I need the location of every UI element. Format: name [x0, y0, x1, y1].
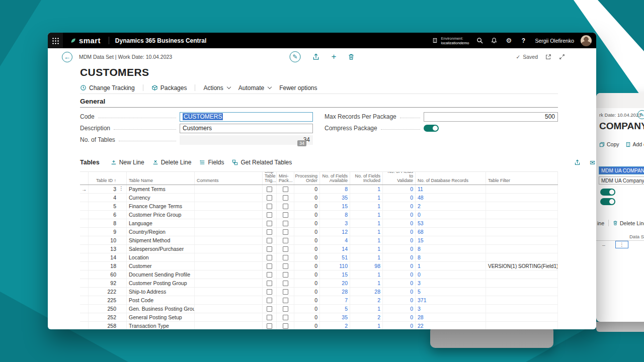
row-marker[interactable] [80, 313, 89, 321]
table-row[interactable]: 13Salesperson/Purchaser014108 [80, 245, 558, 253]
cell-fields-included[interactable]: 1 [350, 228, 383, 236]
table-row[interactable]: 92Customer Posting Group020103 [80, 279, 558, 288]
cell-skip-trigger[interactable] [263, 288, 277, 296]
cell-table-id[interactable]: 8 [89, 219, 127, 227]
secondary-column-header[interactable]: Data Set D... [596, 234, 644, 241]
checkbox[interactable] [283, 229, 288, 235]
checkbox[interactable] [267, 306, 272, 312]
cell-table-name[interactable]: Customer Posting Group [127, 279, 195, 287]
checkbox[interactable] [283, 315, 288, 320]
col-table-id[interactable]: Table ID ↑ [89, 172, 127, 185]
cell-processing-order[interactable]: 0 [294, 262, 320, 270]
table-row[interactable]: 60Document Sending Profile015100 [80, 270, 558, 279]
delete-line-button[interactable]: Delete Line [152, 159, 192, 166]
cell-processing-order[interactable]: 0 [294, 228, 320, 236]
cell-fields-included[interactable]: 1 [350, 185, 383, 193]
checkbox[interactable] [267, 221, 272, 226]
cell-fields-to-validate[interactable]: 0 [383, 219, 416, 227]
cell-fields-available[interactable]: 8 [320, 185, 350, 193]
cell-comments[interactable] [195, 322, 263, 329]
cell-db-records[interactable]: 53 [416, 219, 486, 227]
cell-fields-to-validate[interactable]: 0 [383, 236, 416, 244]
cell-db-records[interactable]: 22 [416, 322, 486, 329]
cell-fields-available[interactable]: 5 [320, 305, 350, 313]
cell-mini-package[interactable] [277, 202, 294, 210]
cell-db-records[interactable]: 0 [416, 211, 486, 219]
cell-comments[interactable] [195, 245, 263, 253]
cell-skip-trigger[interactable] [263, 219, 277, 227]
checkbox[interactable] [283, 323, 288, 329]
cell-fields-to-validate[interactable]: 0 [383, 228, 416, 236]
row-marker[interactable] [80, 288, 89, 296]
cell-table-name[interactable]: Ship-to Address [127, 288, 195, 296]
cell-skip-trigger[interactable] [263, 322, 277, 329]
row-marker[interactable] [80, 279, 89, 287]
cell-fields-available[interactable]: 7 [320, 296, 350, 304]
checkbox[interactable] [267, 323, 272, 329]
cell-processing-order[interactable]: 0 [294, 305, 320, 313]
cell-table-id[interactable]: 60 [89, 270, 127, 279]
row-marker[interactable] [80, 305, 89, 313]
cell-fields-included[interactable]: 98 [350, 262, 383, 270]
cell-db-records[interactable]: 8 [416, 253, 486, 261]
max-records-input[interactable]: 500 [424, 112, 558, 122]
cell-skip-trigger[interactable] [263, 262, 277, 270]
cell-mini-package[interactable] [277, 236, 294, 244]
col-mini-package[interactable]: Mini- Pack... [277, 172, 294, 185]
checkbox[interactable] [267, 204, 272, 209]
fields-button[interactable]: Fields [199, 159, 224, 166]
row-marker[interactable]: → [80, 185, 89, 193]
cell-table-name[interactable]: Payment Terms [127, 185, 195, 193]
row-marker[interactable] [80, 228, 89, 236]
checkbox[interactable] [283, 255, 288, 260]
col-comments[interactable]: Comments [195, 172, 263, 185]
cell-table-filter[interactable] [486, 313, 558, 321]
checkbox[interactable] [267, 298, 272, 303]
cell-table-filter[interactable] [486, 279, 558, 287]
cell-fields-available[interactable]: 35 [320, 194, 350, 202]
cell-table-id[interactable]: 5 [89, 202, 127, 210]
cell-processing-order[interactable]: 0 [294, 313, 320, 321]
cell-comments[interactable] [195, 236, 263, 244]
cell-fields-to-validate[interactable]: 0 [383, 202, 416, 210]
row-marker[interactable] [80, 296, 89, 304]
cell-processing-order[interactable]: 0 [294, 236, 320, 244]
cell-table-filter[interactable] [486, 228, 558, 236]
avatar[interactable] [581, 35, 592, 46]
cell-table-id[interactable]: 92 [89, 279, 127, 287]
col-table-filter[interactable]: Table Filter [486, 172, 558, 185]
cell-table-name[interactable]: Document Sending Profile [127, 270, 195, 279]
checkbox[interactable] [267, 238, 272, 243]
cell-skip-trigger[interactable] [263, 194, 277, 202]
cell-table-id[interactable]: 252 [89, 313, 127, 321]
cell-table-name[interactable]: Location [127, 253, 195, 261]
checkbox[interactable] [283, 246, 288, 252]
cell-comments[interactable] [195, 313, 263, 321]
packages-button[interactable]: Packages [151, 84, 187, 92]
cell-fields-to-validate[interactable]: 0 [383, 262, 416, 270]
row-marker[interactable] [80, 202, 89, 210]
cell-db-records[interactable]: 3 [416, 305, 486, 313]
cell-table-filter[interactable] [486, 236, 558, 244]
cell-processing-order[interactable]: 0 [294, 279, 320, 287]
cell-table-id[interactable]: 14 [89, 253, 127, 261]
fewer-options-button[interactable]: Fewer options [279, 84, 317, 92]
cell-processing-order[interactable]: 0 [294, 253, 320, 261]
cell-fields-included[interactable]: 1 [350, 236, 383, 244]
checkbox[interactable] [283, 289, 288, 295]
cell-table-name[interactable]: Customer Price Group [127, 211, 195, 219]
table-row[interactable]: 10Shipment Method041015 [80, 236, 558, 245]
cell-fields-included[interactable]: 1 [350, 253, 383, 261]
cell-table-filter[interactable] [486, 202, 558, 210]
search-button[interactable] [475, 37, 484, 45]
row-marker[interactable] [80, 194, 89, 202]
cell-table-filter[interactable] [486, 305, 558, 313]
cell-comments[interactable] [195, 211, 263, 219]
cell-fields-included[interactable]: 1 [350, 202, 383, 210]
cell-table-id[interactable]: 225 [89, 296, 127, 304]
cell-table-id[interactable]: 250 [89, 305, 127, 313]
row-marker[interactable] [80, 219, 89, 227]
cell-skip-trigger[interactable] [263, 296, 277, 304]
cell-comments[interactable] [195, 194, 263, 202]
notifications-button[interactable] [490, 37, 498, 45]
